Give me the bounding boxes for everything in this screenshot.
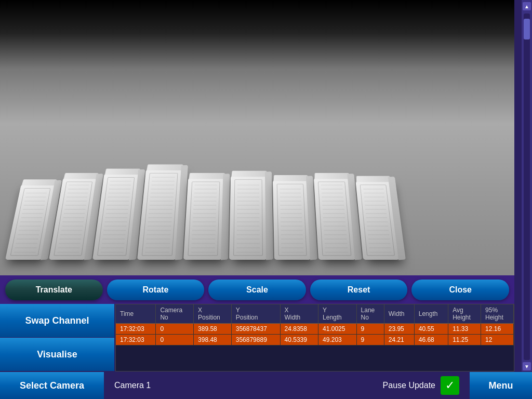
col-y-position: YPosition	[231, 304, 280, 324]
scale-button[interactable]: Scale	[208, 280, 306, 300]
data-table: Time CameraNo XPosition YPosition XWidth…	[116, 304, 514, 345]
col-y-length: YLength	[318, 304, 357, 324]
bottom-bar: Select Camera Camera 1 Pause Update ✓ Me…	[0, 372, 532, 399]
brick-8	[356, 181, 400, 260]
menu-button[interactable]: Menu	[470, 372, 532, 399]
col-avg-height: AvgHeight	[448, 304, 481, 324]
col-width: Width	[384, 304, 414, 324]
brick-0	[5, 184, 55, 260]
scroll-up-arrow[interactable]: ▲	[523, 2, 531, 10]
scene-background	[0, 0, 514, 275]
table-header-row: Time CameraNo XPosition YPosition XWidth…	[116, 304, 514, 324]
swap-channel-button[interactable]: Swap Channel	[0, 304, 114, 338]
col-lane-no: LaneNo	[356, 304, 384, 324]
translate-button[interactable]: Translate	[5, 280, 103, 300]
table-body: 17:32:030389.5835687843724.835841.002592…	[116, 324, 514, 345]
brick-6	[273, 180, 311, 260]
table-row: 17:32:030389.5835687843724.835841.002592…	[116, 324, 514, 335]
brick-4	[183, 178, 224, 260]
pause-update-area: Pause Update ✓	[373, 376, 470, 395]
visualise-button[interactable]: Visualise	[0, 338, 114, 371]
close-button[interactable]: Close	[411, 280, 509, 300]
col-length: Length	[414, 304, 448, 324]
viewport-scrollbar[interactable]: ▲ ▼	[522, 0, 532, 371]
col-time: Time	[116, 304, 156, 324]
bricks-row	[0, 169, 514, 260]
table-row: 17:32:030398.4835687988940.533949.203924…	[116, 335, 514, 345]
left-panel: Swap Channel Visualise	[0, 304, 114, 371]
data-table-container[interactable]: Time CameraNo XPosition YPosition XWidth…	[115, 304, 514, 371]
reset-button[interactable]: Reset	[310, 280, 408, 300]
brick-5	[229, 176, 267, 260]
camera-name-label: Camera 1	[104, 381, 373, 390]
brick-7	[314, 178, 356, 260]
scroll-thumb[interactable]	[524, 19, 530, 39]
scroll-track[interactable]	[524, 14, 530, 360]
col-camera-no: CameraNo	[156, 304, 194, 324]
pause-update-checkbox[interactable]: ✓	[441, 376, 459, 395]
col-95-height: 95%Height	[481, 304, 514, 324]
toolbar: Translate Rotate Scale Reset Close	[0, 275, 514, 304]
brick-3	[137, 169, 182, 260]
rotate-button[interactable]: Rotate	[107, 280, 205, 300]
col-x-position: XPosition	[194, 304, 232, 324]
3d-viewport	[0, 0, 514, 275]
pause-update-label: Pause Update	[383, 381, 435, 390]
col-x-width: XWidth	[280, 304, 318, 324]
scroll-down-arrow[interactable]: ▼	[523, 362, 531, 370]
select-camera-button[interactable]: Select Camera	[0, 372, 104, 399]
